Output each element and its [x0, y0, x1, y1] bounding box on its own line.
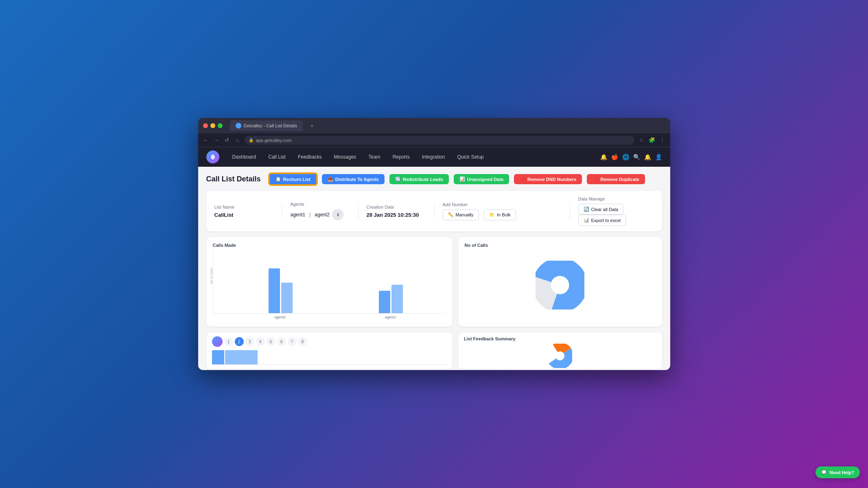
- charts-row: Calls Made No of Calls: [206, 237, 662, 327]
- nav-feedbacks[interactable]: Feedbacks: [292, 152, 328, 162]
- agents-value: agent1 | agent2 ⬇: [291, 209, 350, 220]
- creation-date-label: Creation Date: [367, 205, 426, 209]
- separator: |: [309, 212, 310, 218]
- rechurn-icon: 📋: [275, 176, 281, 182]
- agents-label: Agents: [291, 202, 350, 207]
- redistribute-leads-button[interactable]: 🔄 Redistribute Leads: [389, 174, 449, 184]
- new-tab-button[interactable]: +: [308, 121, 317, 130]
- bar-chart: No of Calls agent2: [213, 251, 446, 319]
- no-of-calls-title: No of Calls: [465, 243, 656, 248]
- page-header: Call List Details 📋 Rechurn List 📤 Distr…: [206, 173, 662, 185]
- remove-duplicate-button[interactable]: 🚫 Remove Duplicate: [587, 174, 645, 184]
- distribute-label: Distribute To Agents: [335, 177, 379, 182]
- home-button[interactable]: ⌂: [234, 137, 241, 144]
- app-nav: Dashboard Call List Feedbacks Messages T…: [198, 147, 670, 167]
- export-excel-button[interactable]: 📊 Export to excel: [578, 215, 626, 226]
- nav-reports[interactable]: Reports: [387, 152, 415, 162]
- data-manage-buttons: 🔄 Clear all Data 📊 Export to excel: [578, 204, 638, 226]
- export-icon: 📊: [584, 218, 589, 223]
- rechurn-list-button[interactable]: 📋 Rechurn List: [269, 173, 317, 185]
- back-button[interactable]: ←: [202, 137, 210, 144]
- page-title: Call List Details: [206, 175, 261, 183]
- clear-icon: 🔄: [584, 207, 589, 212]
- clear-all-data-button[interactable]: 🔄 Clear all Data: [578, 204, 624, 215]
- unassigned-icon: 📊: [459, 176, 465, 182]
- minimize-button[interactable]: [210, 123, 215, 128]
- nav-integration[interactable]: Integration: [416, 152, 451, 162]
- pagination-row: 1 2 3 4 5 6 7 8: [212, 336, 447, 347]
- manually-button[interactable]: ✏️ Manually: [443, 209, 479, 220]
- mini-bar-1: [212, 350, 224, 364]
- page-btn-6[interactable]: 6: [277, 337, 286, 346]
- close-button[interactable]: [203, 123, 208, 128]
- globe-icon[interactable]: 🌐: [622, 154, 629, 160]
- page-btn-7[interactable]: 7: [288, 337, 297, 346]
- page-btn-2[interactable]: 2: [235, 337, 244, 346]
- address-field[interactable]: 🔒 app.getcalley.com: [245, 136, 634, 145]
- app-content: Dashboard Call List Feedbacks Messages T…: [198, 147, 670, 370]
- apple-icon[interactable]: 🍎: [611, 154, 618, 160]
- bar-agent1-2: [391, 285, 403, 313]
- search-icon[interactable]: 🔍: [633, 154, 640, 160]
- add-number-label: Add Number: [443, 202, 562, 207]
- mini-bar-2: [225, 350, 258, 364]
- tab-favicon: [236, 123, 241, 129]
- page-btn-4[interactable]: 4: [256, 337, 265, 346]
- main-area: Call List Details 📋 Rechurn List 📤 Distr…: [198, 167, 670, 370]
- page-btn-3[interactable]: 3: [245, 337, 254, 346]
- nav-call-list[interactable]: Call List: [262, 152, 291, 162]
- page-btn-5[interactable]: 5: [267, 337, 275, 346]
- bar-label-agent2: agent2: [225, 315, 336, 319]
- page-btn-1[interactable]: 1: [224, 337, 233, 346]
- agents-section: Agents agent1 | agent2 ⬇: [291, 202, 359, 220]
- redistribute-icon: 🔄: [395, 176, 401, 182]
- in-bulk-button[interactable]: 📁 In Bulk: [484, 209, 516, 220]
- info-card: List Name CallList Agents agent1 | agent…: [206, 191, 662, 231]
- add-number-section: Add Number ✏️ Manually 📁 In Bulk: [443, 202, 570, 220]
- user-icon[interactable]: 👤: [655, 154, 662, 160]
- bar-label-agent1: agent1: [335, 315, 446, 319]
- page-logo: [212, 336, 223, 347]
- distribute-agents-button[interactable]: 📤 Distribute To Agents: [322, 174, 385, 184]
- maximize-button[interactable]: [218, 123, 223, 128]
- clear-label: Clear all Data: [591, 207, 619, 212]
- browser-window: Getcalley - Call List Details + ← → ↺ ⌂ …: [198, 118, 670, 370]
- bar-chart-area: No of Calls: [213, 251, 446, 314]
- bar-group-agent1: [336, 285, 446, 313]
- extensions-icon[interactable]: 🧩: [648, 137, 656, 143]
- remove-dnd-button[interactable]: 🚫 Remove DND Numbers: [514, 174, 582, 184]
- no-of-calls-chart: No of Calls: [458, 237, 662, 327]
- refresh-button[interactable]: ↺: [223, 137, 231, 144]
- nav-dashboard[interactable]: Dashboard: [227, 152, 262, 162]
- feedback-title: List Feedback Summary: [464, 336, 656, 341]
- tab-title: Getcalley - Call List Details: [244, 123, 297, 128]
- lock-icon: 🔒: [249, 138, 254, 142]
- data-manage-label: Data Manage: [578, 196, 638, 201]
- nav-right-icons: 🔔 🍎 🌐 🔍 🔔 👤: [600, 154, 662, 160]
- need-help-button[interactable]: 💬 Need Help?: [816, 466, 860, 478]
- pie-chart-container: [465, 251, 656, 319]
- nav-messages[interactable]: Messages: [328, 152, 362, 162]
- remove-dup-icon: 🚫: [593, 176, 598, 182]
- remove-dnd-label: Remove DND Numbers: [527, 177, 576, 182]
- add-agent-button[interactable]: ⬇: [332, 209, 343, 220]
- menu-icon[interactable]: ⋮: [659, 137, 666, 143]
- notification-icon[interactable]: 🔔: [600, 154, 607, 160]
- unassigned-data-button[interactable]: 📊 Unassigned Data: [454, 174, 509, 184]
- page-btn-8[interactable]: 8: [298, 337, 307, 346]
- bookmark-icon[interactable]: ☆: [638, 137, 645, 143]
- alert-icon[interactable]: 🔔: [644, 154, 651, 160]
- feedback-pie: [464, 344, 656, 368]
- nav-quick-setup[interactable]: Quick Setup: [451, 152, 489, 162]
- calls-made-title: Calls Made: [213, 243, 446, 248]
- pie-chart-svg: [536, 261, 584, 309]
- y-axis-label: No of Calls: [210, 268, 213, 284]
- address-text: app.getcalley.com: [256, 138, 292, 143]
- nav-team[interactable]: Team: [363, 152, 386, 162]
- bar-agent1-1: [379, 291, 390, 313]
- browser-tab[interactable]: Getcalley - Call List Details: [230, 120, 303, 131]
- forward-button[interactable]: →: [213, 137, 220, 144]
- list-name-label: List Name: [214, 205, 274, 209]
- in-bulk-label: In Bulk: [497, 212, 511, 217]
- add-number-buttons: ✏️ Manually 📁 In Bulk: [443, 209, 562, 220]
